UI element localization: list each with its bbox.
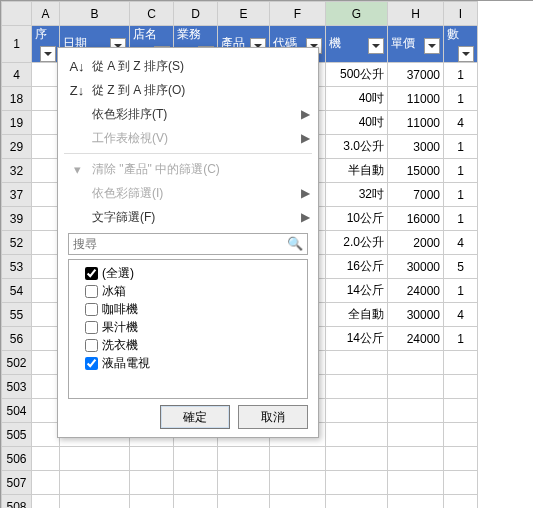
cell[interactable]: 40吋 bbox=[326, 111, 388, 135]
filter-icon[interactable] bbox=[424, 38, 440, 54]
filter-icon[interactable] bbox=[458, 46, 474, 62]
col-D[interactable]: D bbox=[174, 2, 218, 26]
row-header[interactable]: 505 bbox=[2, 423, 32, 447]
cell[interactable]: 2000 bbox=[388, 231, 444, 255]
row-header[interactable]: 52 bbox=[2, 231, 32, 255]
row-header[interactable]: 53 bbox=[2, 255, 32, 279]
cell[interactable]: 4 bbox=[444, 111, 478, 135]
cell[interactable] bbox=[174, 495, 218, 509]
cell[interactable] bbox=[32, 63, 60, 87]
cell[interactable] bbox=[60, 447, 130, 471]
cell[interactable]: 4 bbox=[444, 303, 478, 327]
cell[interactable] bbox=[32, 303, 60, 327]
cell[interactable] bbox=[32, 183, 60, 207]
cell[interactable]: 1 bbox=[444, 159, 478, 183]
cell[interactable] bbox=[326, 495, 388, 509]
checkbox[interactable] bbox=[85, 303, 98, 316]
filter-icon[interactable] bbox=[368, 38, 384, 54]
select-all-corner[interactable] bbox=[2, 2, 32, 26]
cell[interactable] bbox=[444, 351, 478, 375]
cell[interactable] bbox=[388, 375, 444, 399]
cell[interactable] bbox=[130, 471, 174, 495]
cell[interactable] bbox=[388, 399, 444, 423]
hdr-H[interactable]: 單價 bbox=[388, 26, 444, 63]
checkbox[interactable] bbox=[85, 267, 98, 280]
cell[interactable] bbox=[32, 135, 60, 159]
cell[interactable] bbox=[388, 471, 444, 495]
cell[interactable]: 1 bbox=[444, 327, 478, 351]
cell[interactable] bbox=[174, 447, 218, 471]
cell[interactable] bbox=[444, 423, 478, 447]
col-C[interactable]: C bbox=[130, 2, 174, 26]
cell[interactable] bbox=[32, 207, 60, 231]
cell[interactable] bbox=[326, 423, 388, 447]
checkbox[interactable] bbox=[85, 339, 98, 352]
cell[interactable]: 全自動 bbox=[326, 303, 388, 327]
cell[interactable]: 1 bbox=[444, 279, 478, 303]
cell[interactable]: 16公斤 bbox=[326, 255, 388, 279]
checkbox[interactable] bbox=[85, 285, 98, 298]
cell[interactable] bbox=[32, 327, 60, 351]
cell[interactable] bbox=[444, 471, 478, 495]
cell[interactable] bbox=[32, 375, 60, 399]
cell[interactable] bbox=[326, 375, 388, 399]
row-header[interactable]: 56 bbox=[2, 327, 32, 351]
cell[interactable] bbox=[130, 447, 174, 471]
cell[interactable]: 24000 bbox=[388, 327, 444, 351]
cell[interactable] bbox=[326, 471, 388, 495]
cell[interactable] bbox=[130, 495, 174, 509]
cell[interactable]: 10公斤 bbox=[326, 207, 388, 231]
search-input[interactable] bbox=[68, 233, 308, 255]
cell[interactable]: 500公升 bbox=[326, 63, 388, 87]
cell[interactable] bbox=[32, 279, 60, 303]
cell[interactable] bbox=[270, 471, 326, 495]
cell[interactable]: 1 bbox=[444, 207, 478, 231]
row-header[interactable]: 37 bbox=[2, 183, 32, 207]
row-header[interactable]: 19 bbox=[2, 111, 32, 135]
row-header[interactable]: 29 bbox=[2, 135, 32, 159]
cell[interactable] bbox=[32, 111, 60, 135]
text-filter[interactable]: 文字篩選(F)▶ bbox=[58, 205, 318, 229]
checkbox[interactable] bbox=[85, 357, 98, 370]
cell[interactable] bbox=[174, 471, 218, 495]
cell[interactable]: 2.0公升 bbox=[326, 231, 388, 255]
cell[interactable] bbox=[444, 447, 478, 471]
cell[interactable]: 30000 bbox=[388, 303, 444, 327]
row-header[interactable]: 54 bbox=[2, 279, 32, 303]
cell[interactable] bbox=[32, 423, 60, 447]
col-F[interactable]: F bbox=[270, 2, 326, 26]
checkbox[interactable] bbox=[85, 321, 98, 334]
col-A[interactable]: A bbox=[32, 2, 60, 26]
cell[interactable] bbox=[388, 447, 444, 471]
cell[interactable]: 4 bbox=[444, 231, 478, 255]
filter-value-item[interactable]: 洗衣機 bbox=[71, 336, 305, 354]
row-header[interactable]: 506 bbox=[2, 447, 32, 471]
cell[interactable]: 1 bbox=[444, 87, 478, 111]
cell[interactable]: 14公斤 bbox=[326, 327, 388, 351]
cell[interactable] bbox=[60, 495, 130, 509]
cell[interactable]: 半自動 bbox=[326, 159, 388, 183]
row-header[interactable]: 55 bbox=[2, 303, 32, 327]
filter-value-item[interactable]: 咖啡機 bbox=[71, 300, 305, 318]
cell[interactable] bbox=[218, 471, 270, 495]
cell[interactable]: 40吋 bbox=[326, 87, 388, 111]
cell[interactable]: 30000 bbox=[388, 255, 444, 279]
row-header[interactable]: 1 bbox=[2, 26, 32, 63]
cell[interactable] bbox=[326, 399, 388, 423]
row-header[interactable]: 4 bbox=[2, 63, 32, 87]
cell[interactable] bbox=[218, 447, 270, 471]
col-E[interactable]: E bbox=[218, 2, 270, 26]
sort-by-color[interactable]: 依色彩排序(T)▶ bbox=[58, 102, 318, 126]
hdr-G[interactable]: 機 bbox=[326, 26, 388, 63]
cell[interactable]: 3.0公升 bbox=[326, 135, 388, 159]
cell[interactable] bbox=[388, 351, 444, 375]
filter-value-item[interactable]: (全選) bbox=[71, 264, 305, 282]
sort-desc[interactable]: Z↓從 Z 到 A 排序(O) bbox=[58, 78, 318, 102]
cell[interactable] bbox=[444, 495, 478, 509]
cell[interactable]: 15000 bbox=[388, 159, 444, 183]
cell[interactable]: 16000 bbox=[388, 207, 444, 231]
col-B[interactable]: B bbox=[60, 2, 130, 26]
cell[interactable]: 7000 bbox=[388, 183, 444, 207]
row-header[interactable]: 504 bbox=[2, 399, 32, 423]
cell[interactable]: 11000 bbox=[388, 111, 444, 135]
